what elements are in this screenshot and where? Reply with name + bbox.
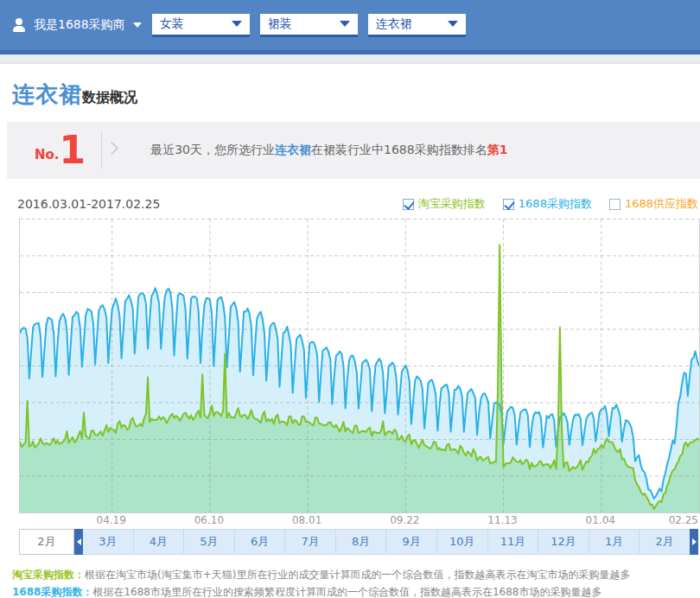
rank-text-prefix: 最近30天，您所选行业 — [150, 143, 275, 156]
index-explanation-line-1: 淘宝采购指数：根据在淘宝市场(淘宝集市+天猫)里所在行业的成交量计算而成的一个综… — [12, 566, 700, 583]
x-tick-label: 06.10 — [194, 514, 224, 526]
category-dropdown-level2-value: 裙装 — [268, 16, 292, 32]
gray-divider-strip — [0, 54, 700, 64]
x-tick-label: 09.22 — [390, 514, 419, 526]
month-cell-4[interactable]: 6月 — [234, 530, 285, 554]
legend-label: 淘宝采购指数 — [418, 196, 486, 212]
month-cell-5[interactable]: 7月 — [284, 530, 335, 554]
legend-item-1[interactable]: 淘宝采购指数 — [403, 196, 486, 212]
divider — [101, 131, 131, 169]
rank-banner: No.1 最近30天，您所选行业连衣裙在裙装行业中1688采购指数排名第1 — [7, 122, 700, 179]
x-tick-label: 11.13 — [487, 514, 517, 526]
x-tick-label: 08.01 — [292, 514, 321, 526]
month-cell-8[interactable]: 10月 — [436, 530, 487, 554]
triangle-left-icon — [77, 538, 81, 545]
page-title: 连衣裙数据概况 — [12, 81, 700, 111]
month-cells: 3月4月5月6月7月8月9月10月11月12月1月2月 — [83, 529, 690, 555]
month-cell-9[interactable]: 11月 — [487, 530, 538, 554]
category-dropdown-level1[interactable]: 女装 — [152, 14, 250, 37]
rank-no-prefix: No. — [35, 147, 60, 162]
index-explanation-line-2: 1688采购指数：根据在1688市场里所在行业的搜索频繁程度计算而成的一个综合数… — [12, 583, 700, 598]
chart-date-range: 2016.03.01-2017.02.25 — [17, 197, 160, 211]
x-tick-label: 04.19 — [96, 514, 125, 526]
chart-plot-area — [20, 219, 699, 512]
index-name-label: 1688采购指数： — [12, 586, 92, 598]
slider-left-handle[interactable] — [74, 529, 83, 555]
chevron-down-icon — [133, 22, 142, 28]
rank-number: No.1 — [35, 133, 86, 168]
page-title-suffix: 数据概况 — [82, 89, 137, 105]
month-cell-1[interactable]: 3月 — [83, 530, 133, 554]
month-cell-outside[interactable]: 2月 — [19, 529, 74, 555]
legend-item-3[interactable]: 1688供应指数 — [609, 196, 698, 212]
user-icon — [12, 18, 26, 32]
month-cell-2[interactable]: 4月 — [133, 530, 184, 554]
month-cell-10[interactable]: 12月 — [538, 530, 589, 554]
page-title-category: 连衣裙 — [12, 81, 82, 107]
month-cell-11[interactable]: 1月 — [589, 530, 640, 554]
category-dropdown-level2[interactable]: 裙装 — [260, 14, 358, 37]
rank-description: 最近30天，您所选行业连衣裙在裙装行业中1688采购指数排名第1 — [150, 143, 507, 158]
chart-header: 2016.03.01-2017.02.25 淘宝采购指数1688采购指数1688… — [17, 194, 698, 214]
month-cell-7[interactable]: 9月 — [385, 530, 436, 554]
chart-canvas[interactable] — [19, 219, 700, 513]
rank-text-category[interactable]: 连衣裙 — [275, 143, 311, 156]
slider-right-handle[interactable] — [690, 529, 698, 555]
user-menu-label: 我是1688采购商 — [34, 17, 125, 33]
rank-value: 1 — [60, 133, 86, 168]
chevron-down-icon — [448, 21, 458, 27]
category-dropdown-level3-value: 连衣裙 — [376, 16, 412, 32]
chart-x-axis-labels: 04.1906.1008.0109.2211.1301.0402.25 — [19, 513, 698, 528]
legend-label: 1688采购指数 — [519, 196, 592, 212]
legend-label: 1688供应指数 — [625, 196, 698, 212]
user-menu[interactable]: 我是1688采购商 — [12, 17, 142, 33]
x-tick-label: 02.25 — [669, 514, 698, 526]
month-cell-3[interactable]: 5月 — [183, 530, 234, 554]
index-explanations: 淘宝采购指数：根据在淘宝市场(淘宝集市+天猫)里所在行业的成交量计算而成的一个综… — [12, 566, 700, 598]
index-description-text: 根据在淘宝市场(淘宝集市+天猫)里所在行业的成交量计算而成的一个综合数值，指数越… — [85, 569, 630, 581]
month-cell-6[interactable]: 8月 — [335, 530, 386, 554]
chevron-down-icon — [232, 21, 242, 27]
index-name-label: 淘宝采购指数： — [12, 569, 85, 581]
category-dropdown-level3[interactable]: 连衣裙 — [368, 14, 466, 37]
triangle-right-icon — [692, 538, 697, 545]
x-tick-label: 01.04 — [586, 514, 615, 526]
rank-text-rank: 第1 — [487, 143, 508, 156]
rank-text-middle: 在裙装行业中1688采购指数排名 — [311, 143, 487, 156]
index-description-text: 根据在1688市场里所在行业的搜索频繁程度计算而成的一个综合数值，指数越高表示在… — [92, 586, 601, 598]
chevron-right-icon — [105, 142, 119, 156]
checkbox-unchecked-icon[interactable] — [609, 199, 620, 210]
legend-item-2[interactable]: 1688采购指数 — [503, 196, 592, 212]
chevron-down-icon — [340, 21, 350, 27]
month-cell-12[interactable]: 2月 — [639, 530, 690, 554]
checkbox-checked-icon[interactable] — [403, 199, 414, 210]
chart-legend: 淘宝采购指数1688采购指数1688供应指数 — [403, 196, 698, 212]
category-dropdown-level1-value: 女装 — [160, 16, 184, 32]
month-range-slider: 2月 3月4月5月6月7月8月9月10月11月12月1月2月 — [19, 529, 698, 555]
top-navigation-bar: 我是1688采购商 女装 裙装 连衣裙 — [0, 0, 700, 50]
checkbox-checked-icon[interactable] — [503, 199, 514, 210]
